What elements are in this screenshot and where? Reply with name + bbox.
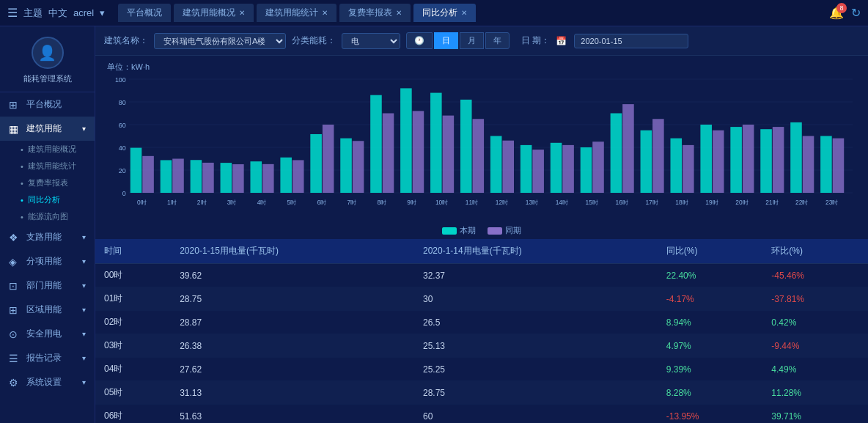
sidebar-label-report-records: 报告记录 [26, 352, 62, 364]
cell-yoy: 8.94% [658, 311, 763, 334]
sidebar-sub-energy-trend[interactable]: 能源流向图 [0, 208, 95, 225]
sidebar-item-report-records[interactable]: ☰ 报告记录 ▾ [0, 346, 95, 370]
tab-close-energy-overview[interactable]: ✕ [239, 9, 245, 17]
topbar-tab-compare[interactable]: 同比分析✕ [413, 4, 476, 22]
topbar-tab-billing[interactable]: 复费率报表✕ [339, 4, 411, 22]
svg-text:20: 20 [119, 167, 126, 174]
tab-close-billing[interactable]: ✕ [396, 9, 402, 17]
svg-text:100: 100 [115, 76, 126, 84]
svg-rect-75 [760, 129, 772, 193]
tab-close-energy-stats[interactable]: ✕ [322, 9, 328, 17]
svg-rect-72 [730, 127, 742, 193]
svg-rect-40 [413, 111, 424, 193]
cell-mom: -37.81% [762, 287, 868, 311]
sidebar-item-branch-energy[interactable]: ❖ 支路用能 ▾ [0, 225, 95, 249]
svg-rect-12 [130, 148, 142, 193]
sidebar-profile: 👤 能耗管理系统 [0, 26, 95, 92]
svg-text:9时: 9时 [407, 199, 416, 206]
cell-mom: 39.71% [762, 405, 868, 424]
sidebar-arrow-dept-energy: ▾ [82, 282, 86, 290]
table-area: 时间2020-1-15用电量(千瓦时)2020-1-14用电量(千瓦时)同比(%… [95, 239, 868, 423]
sidebar-icon-area-energy: ⊞ [9, 304, 21, 316]
sidebar-icon-building-energy: ▦ [9, 123, 21, 135]
sidebar-section-report-records: ☰ 报告记录 ▾ [0, 346, 95, 370]
svg-rect-60 [611, 114, 622, 194]
topbar-tabs: 平台概况建筑用能概况✕建筑用能统计✕复费率报表✕同比分析✕ [118, 4, 823, 22]
svg-rect-69 [700, 125, 712, 193]
legend-same-period: 同期 [488, 225, 521, 236]
sidebar-icon-branch-energy: ❖ [9, 232, 21, 243]
cell-prev: 25.13 [414, 334, 658, 358]
legend-current: 本期 [442, 225, 476, 236]
cell-yoy: 22.40% [658, 264, 763, 287]
cell-prev: 60 [414, 405, 658, 424]
notification-badge: 8 [836, 3, 847, 13]
cell-prev: 25.25 [414, 358, 658, 381]
sidebar-label-safety-energy: 安全用电 [26, 328, 62, 340]
svg-text:16时: 16时 [616, 199, 628, 206]
sidebar-item-building-energy[interactable]: ▦ 建筑用能 ▾ [0, 117, 95, 141]
tab-label: 复费率报表 [348, 7, 392, 19]
avatar: 👤 [32, 37, 64, 69]
svg-rect-31 [323, 125, 334, 193]
svg-rect-13 [142, 156, 154, 193]
sidebar-sub-billing-report[interactable]: 复费率报表 [0, 174, 95, 191]
svg-text:2时: 2时 [197, 199, 207, 206]
table-row: 05时 31.13 28.75 8.28% 11.28% [95, 381, 868, 405]
sidebar-section-building-energy: ▦ 建筑用能 ▾ 建筑用能概况建筑用能统计复费率报表同比分析能源流向图 [0, 117, 95, 225]
sidebar-arrow-building-energy: ▾ [82, 125, 86, 133]
btn-day[interactable]: 日 [434, 32, 458, 49]
sidebar-item-platform[interactable]: ⊞ 平台概况 [0, 92, 95, 117]
svg-rect-28 [293, 160, 304, 193]
table-header-cell: 2020-1-14用电量(千瓦时) [414, 239, 658, 264]
svg-rect-64 [652, 119, 664, 193]
topbar-dropdown-icon[interactable]: ▾ [100, 7, 105, 18]
sidebar-section-sub-energy: ◈ 分项用能 ▾ [0, 249, 95, 273]
svg-rect-39 [400, 88, 412, 193]
btn-clock[interactable]: 🕐 [406, 32, 433, 49]
sidebar-section-area-energy: ⊞ 区域用能 ▾ [0, 298, 95, 322]
svg-rect-63 [641, 130, 652, 193]
sidebar-item-dept-energy[interactable]: ⊡ 部门用能 ▾ [0, 273, 95, 298]
svg-text:12时: 12时 [496, 199, 508, 206]
tab-label: 建筑用能概况 [183, 7, 235, 19]
sidebar-sub-year-compare[interactable]: 同比分析 [0, 191, 95, 208]
svg-text:14时: 14时 [556, 199, 568, 206]
table-row: 03时 26.38 25.13 4.97% -9.44% [95, 334, 868, 358]
cell-current: 31.13 [171, 381, 414, 405]
topbar-action-icons: 🔔 8 ↻ [829, 6, 861, 20]
sidebar-sub-building-overview[interactable]: 建筑用能概况 [0, 141, 95, 158]
sidebar: 👤 能耗管理系统 ⊞ 平台概况 ▦ 建筑用能 ▾ 建筑用能概况建筑用能统计复费率… [0, 26, 95, 423]
svg-rect-27 [280, 158, 292, 193]
legend-label-same-period: 同期 [505, 225, 521, 236]
category-select[interactable]: 电 [342, 33, 400, 49]
sidebar-item-system-settings[interactable]: ⚙ 系统设置 ▾ [0, 370, 95, 394]
calendar-icon: 📅 [556, 36, 567, 46]
svg-text:40: 40 [119, 144, 126, 152]
sidebar-item-sub-energy[interactable]: ◈ 分项用能 ▾ [0, 249, 95, 273]
topbar-tab-energy-overview[interactable]: 建筑用能概况✕ [174, 4, 254, 22]
svg-text:8时: 8时 [377, 199, 386, 206]
building-select[interactable]: 安科瑞电气股份有限公司A楼 [154, 33, 286, 49]
cell-current: 39.62 [171, 264, 414, 287]
svg-rect-54 [551, 143, 562, 193]
refresh-icon[interactable]: ↻ [851, 6, 861, 20]
menu-icon[interactable]: ☰ [7, 6, 18, 20]
notification-icon[interactable]: 🔔 8 [829, 6, 844, 20]
cell-mom: -45.46% [762, 264, 868, 287]
cell-yoy: -13.95% [658, 405, 763, 424]
building-label: 建筑名称： [104, 34, 148, 47]
sidebar-sub-building-stats[interactable]: 建筑用能统计 [0, 158, 95, 174]
cell-yoy: 8.28% [658, 381, 763, 405]
btn-year[interactable]: 年 [485, 32, 510, 49]
topbar-tab-energy-stats[interactable]: 建筑用能统计✕ [257, 4, 336, 22]
topbar-tab-platform[interactable]: 平台概况 [118, 4, 171, 22]
sidebar-section-system-settings: ⚙ 系统设置 ▾ [0, 370, 95, 394]
cell-time: 06时 [95, 405, 171, 424]
sidebar-item-safety-energy[interactable]: ⊙ 安全用电 ▾ [0, 322, 95, 346]
tab-close-compare[interactable]: ✕ [461, 9, 467, 17]
cell-mom: 11.28% [762, 381, 868, 405]
date-input[interactable] [574, 34, 688, 48]
btn-month[interactable]: 月 [460, 32, 484, 49]
sidebar-item-area-energy[interactable]: ⊞ 区域用能 ▾ [0, 298, 95, 322]
